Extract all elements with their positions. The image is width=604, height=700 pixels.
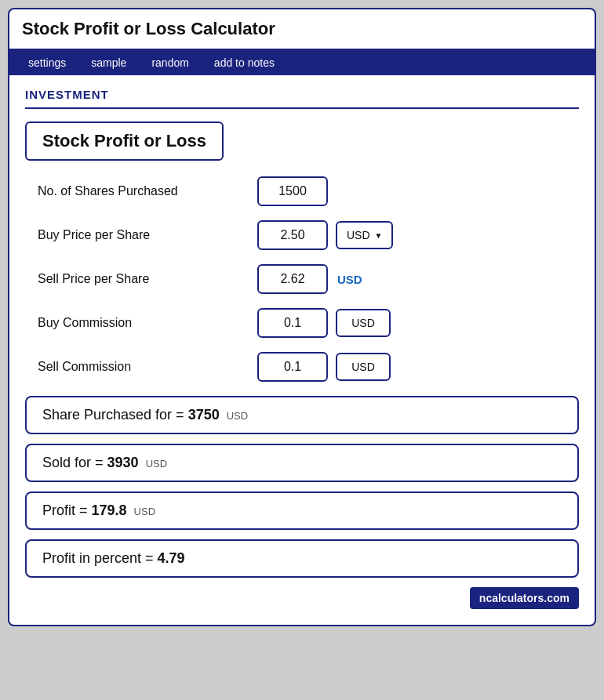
buy-commission-label: Buy Commission (38, 316, 257, 330)
profit-value: 179.8 (92, 502, 127, 518)
buy-currency-selector[interactable]: USD ▼ (336, 221, 393, 249)
nav-sample[interactable]: sample (78, 50, 139, 75)
sell-commission-row: Sell Commission USD (25, 352, 579, 382)
nav-settings[interactable]: settings (16, 50, 78, 75)
equals-2: = (95, 455, 107, 470)
purchased-label: Share Purchased for (42, 407, 172, 423)
shares-row: No. of Shares Purchased (25, 176, 579, 206)
section-header: INVESTMENT (25, 88, 579, 109)
page-title: Stock Profit or Loss Calculator (22, 19, 275, 38)
sell-commission-unit: USD (336, 353, 391, 381)
shares-label: No. of Shares Purchased (38, 184, 257, 198)
footer-brand: ncalculators.com (25, 587, 579, 609)
buy-price-row: Buy Price per Share USD ▼ (25, 220, 579, 250)
nav-bar: settings sample random add to notes (9, 50, 595, 75)
buy-currency-value: USD (347, 229, 370, 241)
result-purchased: Share Purchased for = 3750 USD (25, 396, 579, 434)
profit-pct-value: 4.79 (158, 550, 185, 566)
title-bar: Stock Profit or Loss Calculator (9, 9, 595, 50)
calculator-title: Stock Profit or Loss (25, 122, 224, 161)
purchased-unit: USD (227, 410, 248, 422)
buy-price-label: Buy Price per Share (38, 228, 257, 242)
result-sold: Sold for = 3930 USD (25, 444, 579, 482)
nav-add-to-notes[interactable]: add to notes (202, 50, 287, 75)
buy-commission-unit: USD (336, 309, 391, 337)
sell-currency-label: USD (337, 273, 362, 286)
main-content: INVESTMENT Stock Profit or Loss No. of S… (9, 75, 595, 625)
buy-commission-row: Buy Commission USD (25, 308, 579, 338)
sell-price-label: Sell Price per Share (38, 272, 257, 286)
profit-label: Profit (42, 502, 75, 518)
equals-1: = (176, 407, 188, 423)
sold-value: 3930 (107, 455, 139, 470)
shares-input[interactable] (257, 176, 328, 206)
calculator-wrapper: Stock Profit or Loss Calculator settings… (8, 8, 596, 626)
profit-unit: USD (134, 506, 155, 517)
nav-random[interactable]: random (139, 50, 201, 75)
chevron-down-icon: ▼ (375, 231, 383, 240)
sell-commission-label: Sell Commission (38, 360, 257, 374)
sell-price-row: Sell Price per Share USD (25, 264, 579, 294)
sell-commission-input[interactable] (257, 352, 328, 382)
profit-pct-label: Profit in percent (42, 550, 141, 566)
result-profit-pct: Profit in percent = 4.79 (25, 539, 579, 578)
purchased-value: 3750 (188, 407, 220, 423)
equals-4: = (145, 550, 158, 566)
brand-label: ncalculators.com (470, 587, 579, 609)
sell-price-input[interactable] (257, 264, 328, 294)
equals-3: = (79, 502, 92, 518)
buy-price-input[interactable] (257, 220, 328, 250)
sold-unit: USD (146, 458, 167, 470)
result-profit: Profit = 179.8 USD (25, 491, 579, 530)
sold-label: Sold for (42, 455, 91, 470)
buy-commission-input[interactable] (257, 308, 328, 338)
